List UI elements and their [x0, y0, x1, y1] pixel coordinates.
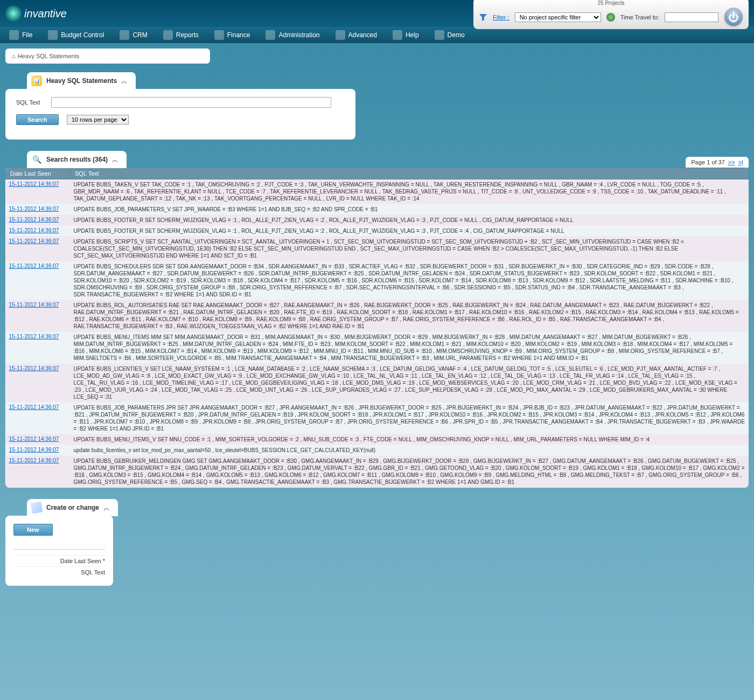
collapse-icon[interactable]: ︽ — [103, 503, 110, 512]
sql-text-input[interactable] — [51, 97, 331, 108]
menu-budget-control[interactable]: Budget Control — [41, 27, 110, 43]
sql-cell: UPDATE BUBS_JOB_PARAMETERS_V SET JPR_WAA… — [71, 204, 749, 215]
menu-file[interactable]: File — [3, 27, 39, 43]
pager-next[interactable]: >> — [728, 159, 735, 165]
table-row: 15-11-2012 14:36:07update bubs_licenties… — [6, 445, 749, 456]
pager-text: Page 1 of 37 — [691, 159, 724, 165]
menu-finance[interactable]: Finance — [208, 27, 257, 43]
breadcrumb: Heavy SQL Statements — [5, 48, 210, 64]
menu-label: CRM — [132, 31, 147, 39]
date-link[interactable]: 15-11-2012 14:36:07 — [9, 263, 59, 269]
menu-reports[interactable]: Reports — [157, 27, 205, 43]
sql-cell: UPDATE BUBS_LICENTIES_V SET LCE_NAAM_SYS… — [71, 364, 749, 403]
create-title: Create or change — [46, 504, 99, 511]
field-date-last-seen: Date Last Seen * — [13, 555, 105, 566]
table-row: 15-11-2012 14:36:07UPDATE BUBS_FOOTER_R … — [6, 226, 749, 237]
projects-count: 25 Projects — [598, 0, 625, 6]
date-link[interactable]: 15-11-2012 14:36:07 — [9, 181, 59, 187]
menu-icon — [393, 30, 402, 40]
breadcrumb-home-link[interactable]: Heavy SQL Statements — [12, 53, 79, 59]
results-table: Date Last Seen SQL Text 15-11-2012 14:36… — [5, 168, 749, 488]
new-button[interactable]: New — [13, 524, 53, 536]
menu-advanced[interactable]: Advanced — [329, 27, 383, 43]
pager-last[interactable]: >| — [738, 159, 743, 165]
table-row: 15-11-2012 14:36:07UPDATE BUBS_JOB_PARAM… — [6, 204, 749, 215]
menu-label: Help — [406, 31, 419, 39]
col-date[interactable]: Date Last Seen — [6, 168, 71, 179]
date-link[interactable]: 15-11-2012 14:36:07 — [9, 458, 59, 463]
collapse-icon[interactable]: ︽ — [121, 77, 128, 86]
menu-icon — [120, 30, 129, 40]
sql-cell: update bubs_licenties_v set lce_mod_po_m… — [71, 445, 749, 456]
menu-crm[interactable]: CRM — [113, 27, 153, 43]
sql-cell: UPDATE BUBS_TAKEN_V SET TAK_CODE = :1 , … — [71, 179, 749, 204]
main-menubar: FileBudget ControlCRMReportsFinanceAdmin… — [0, 27, 754, 43]
search-panel-tab: 📊 Heavy SQL Statements ︽ — [27, 72, 136, 89]
search-icon — [31, 154, 42, 165]
results-panel: Search results (364) ︽ Page 1 of 37 >> >… — [5, 150, 749, 488]
sql-cell: UPDATE BUBS_MENU_ITEMS_V SET MNU_CODE = … — [71, 434, 749, 445]
table-row: 15-11-2012 14:36:07UPDATE BUBS_MENU_ITEM… — [6, 434, 749, 445]
date-link[interactable]: 15-11-2012 14:36:07 — [9, 334, 59, 339]
menu-administration[interactable]: Administration — [259, 27, 326, 43]
logo-icon — [5, 5, 22, 22]
table-row: 15-11-2012 14:36:07UPDATE BUBS_MENU_ITEM… — [6, 332, 749, 364]
table-row: 15-11-2012 14:36:07UPDATE BUBS_JOB_PARAM… — [6, 403, 749, 434]
date-link[interactable]: 15-11-2012 14:36:07 — [9, 302, 59, 308]
table-row: 15-11-2012 14:36:07UPDATE BUBS_FOOTER_R … — [6, 215, 749, 226]
menu-label: Advanced — [348, 31, 377, 39]
menu-label: Demo — [448, 31, 465, 39]
field-sql-text: SQL Text — [13, 566, 105, 578]
create-panel: Create or change ︽ New Date Last Seen * … — [5, 498, 113, 586]
sql-cell: UPDATE BUBS_FOOTER_R SET SCHERM_WIJZIGEN… — [71, 226, 749, 237]
menu-icon — [266, 30, 275, 40]
table-row: 15-11-2012 14:36:07UPDATE BUBS_SCHEDULER… — [6, 261, 749, 300]
menu-demo[interactable]: Demo — [428, 27, 471, 43]
search-button[interactable]: Search — [16, 114, 59, 125]
time-travel-label: Time Travel to: — [620, 14, 659, 20]
app-header: invantive 25 Projects Filter : No projec… — [0, 0, 754, 27]
sql-cell: UPDATE BUBS_JOB_PARAMETERS JPR SET JPR.A… — [71, 403, 749, 434]
menu-icon — [9, 30, 19, 40]
date-link[interactable]: 15-11-2012 14:36:07 — [9, 404, 59, 410]
power-button[interactable] — [724, 8, 743, 27]
separator — [13, 549, 105, 550]
date-link[interactable]: 15-11-2012 14:36:07 — [9, 206, 59, 212]
date-link[interactable]: 15-11-2012 14:36:07 — [9, 436, 59, 442]
filter-link[interactable]: Filter : — [493, 14, 509, 20]
menu-icon — [435, 30, 444, 40]
table-row: 15-11-2012 14:36:07UPDATE BUBS_TAKEN_V S… — [6, 179, 749, 204]
sql-text-label: SQL Text — [16, 99, 43, 106]
globe-icon — [606, 13, 615, 22]
menu-label: File — [22, 31, 32, 39]
col-sql[interactable]: SQL Text — [71, 168, 749, 179]
date-link[interactable]: 15-11-2012 14:36:07 — [9, 217, 59, 223]
collapse-icon[interactable]: ︽ — [112, 155, 118, 164]
date-link[interactable]: 15-11-2012 14:36:07 — [9, 447, 59, 453]
results-title: Search results (364) — [46, 156, 108, 163]
table-row: 15-11-2012 14:36:07UPDATE BUBS_ROL_AUTOR… — [6, 300, 749, 332]
date-link[interactable]: 15-11-2012 14:36:07 — [9, 238, 59, 244]
funnel-icon — [479, 13, 487, 22]
date-link[interactable]: 15-11-2012 14:36:07 — [9, 227, 59, 233]
filter-select[interactable]: No project specific filter — [515, 12, 601, 22]
menu-icon — [48, 30, 58, 40]
brand-logo: invantive — [5, 5, 67, 22]
search-panel: 📊 Heavy SQL Statements ︽ SQL Text Search… — [5, 72, 355, 140]
chart-icon: 📊 — [31, 75, 42, 86]
sql-cell: UPDATE BUBS_ROL_AUTORISATIES RAE SET RAE… — [71, 300, 749, 332]
sql-cell: UPDATE BUBS_SCHEDULERS SDR SET SDR.AANGE… — [71, 261, 749, 300]
time-travel-input[interactable] — [665, 12, 718, 22]
rows-per-page-select[interactable]: 10 rows per page — [67, 115, 129, 124]
menu-help[interactable]: Help — [386, 27, 425, 43]
menu-icon — [163, 30, 173, 40]
document-icon — [30, 501, 43, 514]
sql-cell: UPDATE BUBS_GEBRUIKER_MELDINGEN GMG SET … — [71, 456, 749, 488]
top-controls-panel: 25 Projects Filter : No project specific… — [473, 0, 749, 29]
results-panel-tab: Search results (364) ︽ — [27, 151, 127, 168]
sql-cell: UPDATE BUBS_SCRIPTS_V SET SCT_AANTAL_UIT… — [71, 237, 749, 261]
menu-label: Reports — [176, 31, 199, 39]
create-panel-tab: Create or change ︽ — [27, 499, 118, 516]
date-link[interactable]: 15-11-2012 14:36:07 — [9, 365, 59, 371]
menu-icon — [336, 30, 345, 40]
